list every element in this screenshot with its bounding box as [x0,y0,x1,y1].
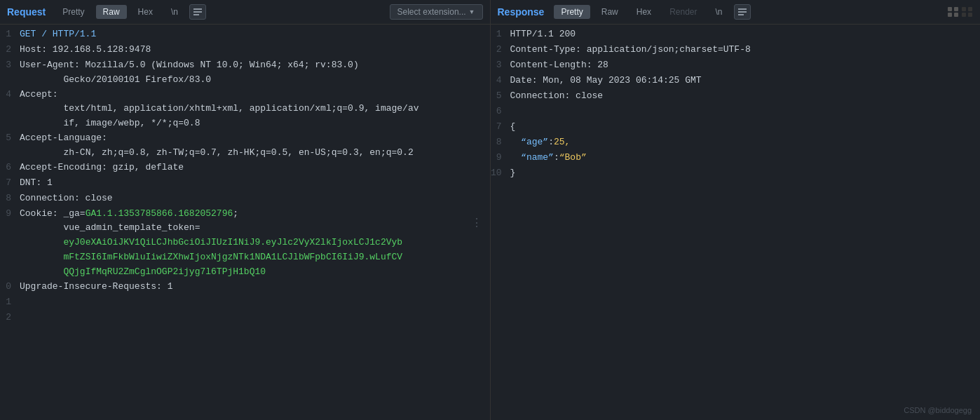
watermark: CSDN @biddogegg [904,406,972,414]
response-code: 1 HTTP/1.1 200 2 Content-Type: applicati… [491,27,981,182]
response-tab-render[interactable]: Render [662,5,704,19]
response-line-9: 9 “name”:“Bob” [491,151,981,166]
request-tab-pretty[interactable]: Pretty [55,5,91,19]
request-line-9: 9 Cookie: _ga=GA1.1.1353785866.168205279… [0,207,490,280]
request-line-6: 6 Accept-Encoding: gzip, deflate [0,161,490,176]
grid-view-icon[interactable] [948,7,959,17]
request-line-12: 2 [0,311,490,326]
svg-rect-2 [193,14,199,15]
response-tab-hex[interactable]: Hex [629,5,658,19]
svg-rect-3 [738,8,747,10]
request-line-3: 3 User-Agent: Mozilla/5.0 (Windows NT 10… [0,58,490,88]
response-title: Response [498,6,545,18]
request-code: 1 GET / HTTP/1.1 2 Host: 192.168.5.128:9… [0,27,490,326]
request-line-2: 2 Host: 192.168.5.128:9478 [0,43,490,58]
response-line-5: 5 Connection: close [491,89,981,104]
response-header: Response Pretty Raw Hex Render \n [491,0,981,25]
response-line-7: 7 { [491,120,981,135]
request-line-5: 5 Accept-Language: zh-CN, zh;q=0.8, zh-T… [0,131,490,161]
select-extension-chevron: ▼ [469,8,475,15]
response-line-3: 3 Content-Length: 28 [491,58,981,74]
response-line-4: 4 Date: Mon, 08 May 2023 06:14:25 GMT [491,74,981,89]
top-right-controls [948,7,973,17]
request-line-4: 4 Accept: text/html, application/xhtml+x… [0,88,490,131]
more-options-icon[interactable]: ⋮ [471,215,483,233]
request-line-10: 0 Upgrade-Insecure-Requests: 1 [0,280,490,295]
response-line-6: 6 [491,104,981,120]
svg-rect-1 [193,11,202,13]
response-tab-n[interactable]: \n [708,5,729,19]
request-panel: Request Pretty Raw Hex \n Select extensi… [0,0,491,420]
svg-rect-4 [738,11,747,13]
list-view-icon[interactable] [962,7,973,17]
svg-rect-5 [738,14,744,15]
request-tab-raw[interactable]: Raw [96,5,127,19]
request-title: Request [7,6,46,18]
request-header: Request Pretty Raw Hex \n Select extensi… [0,0,490,25]
request-tab-n[interactable]: \n [164,5,185,19]
response-line-8: 8 “age”:25, [491,135,981,151]
response-line-10: 10 } [491,166,981,182]
response-line-1: 1 HTTP/1.1 200 [491,27,981,43]
response-content: 1 HTTP/1.1 200 2 Content-Type: applicati… [491,25,981,420]
request-line-7: 7 DNT: 1 [0,176,490,191]
request-tab-hex[interactable]: Hex [131,5,160,19]
select-extension-btn[interactable]: Select extension... ▼ [390,4,483,20]
response-line-2: 2 Content-Type: application/json;charset… [491,43,981,58]
response-panel: Response Pretty Raw Hex Render \n [491,0,981,420]
request-line-1: 1 GET / HTTP/1.1 [0,27,490,43]
svg-rect-0 [193,8,202,10]
request-line-8: 8 Connection: close [0,191,490,207]
response-wrap-icon[interactable] [734,4,751,20]
response-tab-pretty[interactable]: Pretty [554,5,590,19]
request-wrap-icon[interactable] [189,4,206,20]
response-tab-raw[interactable]: Raw [594,5,625,19]
request-line-11: 1 [0,295,490,311]
request-content: 1 GET / HTTP/1.1 2 Host: 192.168.5.128:9… [0,25,490,420]
select-extension-label: Select extension... [397,7,466,17]
